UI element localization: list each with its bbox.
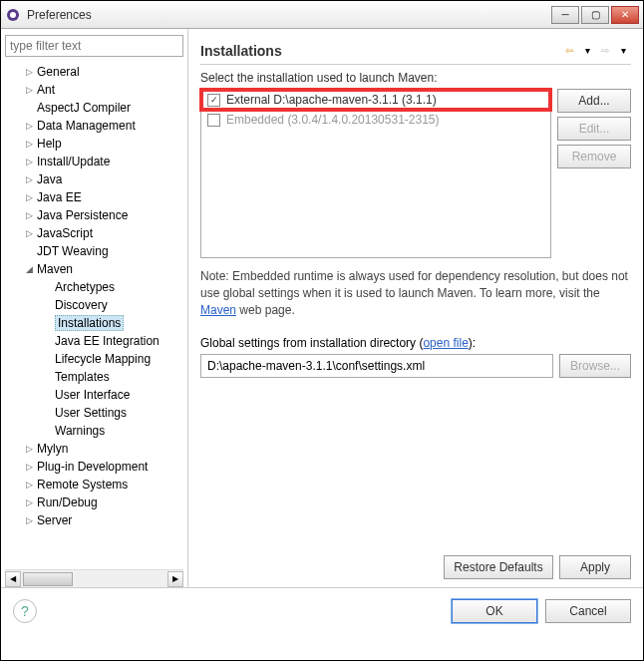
tree-item-lifecycle-mapping[interactable]: Lifecycle Mapping <box>5 350 183 368</box>
tree-item-label: Install/Update <box>37 155 110 168</box>
tree-item-plug-in-development[interactable]: ▷Plug-in Development <box>5 458 183 476</box>
tree-item-label: Templates <box>55 370 110 384</box>
expand-icon[interactable]: ▷ <box>23 84 35 96</box>
browse-button[interactable]: Browse... <box>559 354 631 378</box>
expand-icon[interactable] <box>23 245 35 257</box>
scroll-thumb[interactable] <box>23 572 73 586</box>
tree-item-installations[interactable]: Installations <box>5 314 183 332</box>
tree-item-general[interactable]: ▷General <box>5 63 183 81</box>
select-installation-label: Select the installation used to launch M… <box>200 71 631 85</box>
tree-item-label: Warnings <box>55 424 105 438</box>
preference-tree[interactable]: ▷General▷AntAspectJ Compiler▷Data Manage… <box>5 61 183 569</box>
tree-item-mylyn[interactable]: ▷Mylyn <box>5 440 183 458</box>
expand-icon[interactable]: ◢ <box>23 263 35 275</box>
expand-icon[interactable] <box>41 281 53 293</box>
expand-icon[interactable] <box>23 102 35 114</box>
tree-item-user-settings[interactable]: User Settings <box>5 404 183 422</box>
maximize-button[interactable]: ▢ <box>581 6 609 24</box>
ok-button[interactable]: OK <box>452 599 537 623</box>
expand-icon[interactable]: ▷ <box>23 156 35 167</box>
tree-item-warnings[interactable]: Warnings <box>5 422 183 440</box>
forward-icon[interactable]: ⇨ <box>597 43 613 59</box>
tree-item-aspectj-compiler[interactable]: AspectJ Compiler <box>5 99 183 117</box>
cancel-button[interactable]: Cancel <box>545 599 631 623</box>
expand-icon[interactable] <box>41 389 53 401</box>
expand-icon[interactable]: ▷ <box>23 209 35 221</box>
expand-icon[interactable] <box>41 407 53 419</box>
expand-icon[interactable] <box>41 317 53 329</box>
apply-button[interactable]: Apply <box>559 555 631 579</box>
tree-item-label: User Interface <box>55 388 130 402</box>
tree-item-data-management[interactable]: ▷Data Management <box>5 117 183 135</box>
tree-item-run-debug[interactable]: ▷Run/Debug <box>5 494 183 511</box>
back-icon[interactable]: ⇦ <box>561 43 577 59</box>
tree-item-java-ee[interactable]: ▷Java EE <box>5 188 183 206</box>
tree-item-javascript[interactable]: ▷JavaScript <box>5 224 183 242</box>
expand-icon[interactable]: ▷ <box>23 173 35 185</box>
add-button[interactable]: Add... <box>557 89 631 113</box>
svg-point-1 <box>10 12 16 18</box>
title-bar: Preferences ─ ▢ ✕ <box>1 1 643 29</box>
expand-icon[interactable]: ▷ <box>23 138 35 150</box>
tree-item-label: Run/Debug <box>37 496 98 509</box>
restore-defaults-button[interactable]: Restore Defaults <box>444 555 553 579</box>
expand-icon[interactable]: ▷ <box>23 496 35 508</box>
open-file-link[interactable]: open file <box>423 336 468 350</box>
tree-item-templates[interactable]: Templates <box>5 368 183 386</box>
help-icon[interactable]: ? <box>13 599 37 623</box>
expand-icon[interactable] <box>41 425 53 437</box>
tree-item-jdt-weaving[interactable]: JDT Weaving <box>5 242 183 260</box>
scroll-left-arrow[interactable]: ◀ <box>5 571 21 587</box>
expand-icon[interactable] <box>41 353 53 365</box>
expand-icon[interactable]: ▷ <box>23 66 35 78</box>
installation-checkbox[interactable]: ✓ <box>207 94 220 107</box>
tree-item-ant[interactable]: ▷Ant <box>5 81 183 99</box>
close-button[interactable]: ✕ <box>611 6 639 24</box>
installation-row[interactable]: ✓External D:\apache-maven-3.1.1 (3.1.1) <box>201 90 550 110</box>
tree-item-user-interface[interactable]: User Interface <box>5 386 183 404</box>
tree-item-discovery[interactable]: Discovery <box>5 296 183 314</box>
maven-link[interactable]: Maven <box>200 303 236 317</box>
filter-input[interactable] <box>5 35 183 57</box>
tree-item-label: Installations <box>55 315 124 331</box>
minimize-button[interactable]: ─ <box>551 6 579 24</box>
expand-icon[interactable]: ▷ <box>23 479 35 491</box>
expand-icon[interactable] <box>41 299 53 311</box>
expand-icon[interactable]: ▷ <box>23 120 35 132</box>
expand-icon[interactable] <box>41 335 53 347</box>
global-settings-input[interactable] <box>200 354 553 378</box>
tree-item-server[interactable]: ▷Server <box>5 511 183 529</box>
expand-icon[interactable]: ▷ <box>23 443 35 455</box>
installations-list[interactable]: ✓External D:\apache-maven-3.1.1 (3.1.1)E… <box>200 89 551 258</box>
remove-button[interactable]: Remove <box>557 145 631 168</box>
tree-item-java[interactable]: ▷Java <box>5 170 183 188</box>
horizontal-scrollbar[interactable]: ◀ ▶ <box>5 569 183 587</box>
scroll-right-arrow[interactable]: ▶ <box>167 571 183 587</box>
tree-item-java-ee-integration[interactable]: Java EE Integration <box>5 332 183 350</box>
expand-icon[interactable]: ▷ <box>23 191 35 203</box>
tree-item-maven[interactable]: ◢Maven <box>5 260 183 278</box>
tree-item-label: General <box>37 65 80 79</box>
tree-item-label: Server <box>37 513 72 527</box>
tree-item-java-persistence[interactable]: ▷Java Persistence <box>5 206 183 224</box>
installation-row[interactable]: Embedded (3.0.4/1.4.0.20130531-2315) <box>201 110 550 130</box>
expand-icon[interactable] <box>41 371 53 383</box>
main-panel: Installations ⇦ ▾ ⇨ ▾ Select the install… <box>188 29 643 587</box>
tree-item-label: Ant <box>37 83 55 97</box>
installation-label: Embedded (3.0.4/1.4.0.20130531-2315) <box>226 113 440 127</box>
tree-item-install-update[interactable]: ▷Install/Update <box>5 153 183 170</box>
tree-item-label: Help <box>37 137 62 151</box>
expand-icon[interactable]: ▷ <box>23 461 35 473</box>
sidebar: ▷General▷AntAspectJ Compiler▷Data Manage… <box>1 29 188 587</box>
back-menu-icon[interactable]: ▾ <box>579 43 595 59</box>
tree-item-remote-systems[interactable]: ▷Remote Systems <box>5 476 183 494</box>
edit-button[interactable]: Edit... <box>557 117 631 141</box>
global-settings-label: Global settings from installation direct… <box>200 336 631 350</box>
tree-item-help[interactable]: ▷Help <box>5 135 183 153</box>
expand-icon[interactable]: ▷ <box>23 227 35 239</box>
tree-item-label: Java EE Integration <box>55 334 160 348</box>
forward-menu-icon[interactable]: ▾ <box>615 43 631 59</box>
tree-item-label: Lifecycle Mapping <box>55 352 151 366</box>
expand-icon[interactable]: ▷ <box>23 514 35 526</box>
tree-item-archetypes[interactable]: Archetypes <box>5 278 183 296</box>
